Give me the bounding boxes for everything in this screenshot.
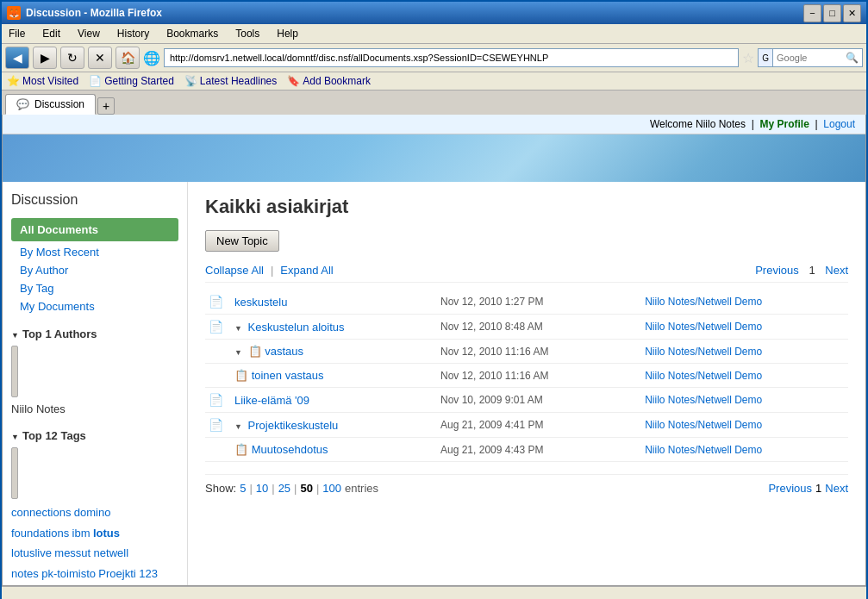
tab-discussion[interactable]: 💬 Discussion: [5, 94, 96, 115]
document-icon: 📄: [209, 393, 223, 407]
reply-icon: 📋: [234, 369, 248, 382]
search-go-button[interactable]: 🔍: [842, 52, 862, 64]
tag-messut[interactable]: messut: [54, 546, 91, 559]
next-link-bottom[interactable]: Next: [825, 482, 848, 495]
bookmark-latest-headlines[interactable]: 📡 Latest Headlines: [184, 75, 277, 87]
doc-author[interactable]: Niilo Notes/Netwell Demo: [645, 340, 848, 364]
bookmark-label: Latest Headlines: [200, 75, 277, 87]
sidebar-item-by-author[interactable]: By Author: [11, 261, 178, 279]
bookmark-star[interactable]: ☆: [742, 50, 754, 66]
show-100[interactable]: 100: [322, 482, 341, 495]
tag-notes[interactable]: notes: [11, 567, 39, 580]
show-10[interactable]: 10: [256, 482, 268, 495]
logout-link[interactable]: Logout: [823, 118, 855, 130]
tag-foundations[interactable]: foundations: [11, 527, 69, 540]
collapse-all-link[interactable]: Collapse All: [205, 264, 264, 277]
address-icon: 🌐: [143, 50, 160, 66]
doc-icon-cell: [205, 364, 231, 388]
doc-author[interactable]: Niilo Notes/Netwell Demo: [645, 388, 848, 413]
main-content: Kaikki asiakirjat New Topic Collapse All…: [188, 182, 865, 585]
menu-history[interactable]: History: [114, 26, 153, 41]
previous-link-top[interactable]: Previous: [755, 264, 799, 277]
minimize-button[interactable]: −: [803, 4, 821, 22]
doc-author[interactable]: Niilo Notes/Netwell Demo: [645, 413, 848, 438]
expand-icon[interactable]: [234, 421, 242, 431]
bookmark-label: Most Visited: [22, 75, 78, 87]
tag-proejkti-123[interactable]: Proejkti 123: [98, 567, 158, 580]
doc-icon-cell: 📄: [205, 388, 231, 413]
sidebar-item-by-tag[interactable]: By Tag: [11, 279, 178, 297]
pagination-bottom: Show: 5 | 10 | 25 | 50 | 100 entries: [205, 474, 848, 495]
stop-button[interactable]: ✕: [88, 47, 112, 69]
expand-all-link[interactable]: Expand All: [280, 264, 333, 277]
sidebar-item-by-most-recent[interactable]: By Most Recent: [11, 243, 178, 261]
tag-netwell[interactable]: netwell: [94, 546, 128, 559]
sidebar-item-my-documents[interactable]: My Documents: [11, 297, 178, 315]
tab-icon: 💬: [16, 98, 29, 110]
tag-domino[interactable]: domino: [74, 506, 111, 519]
sidebar-top-tags: Top 12 Tags connections domino foundatio…: [11, 429, 178, 585]
show-5[interactable]: 5: [240, 482, 246, 495]
doc-link[interactable]: Projektikeskustelu: [248, 419, 339, 432]
triangle-icon-tags: [11, 429, 19, 442]
page-icon: 📄: [89, 75, 102, 87]
nav-bar: ◀ ▶ ↻ ✕ 🏠 🌐 ☆ G 🔍: [2, 44, 866, 72]
table-row: 📄 Liike-elämä '09 Nov 10, 2009 9:01 AM N…: [205, 388, 848, 413]
sidebar: Discussion All Documents By Most Recent …: [3, 182, 188, 585]
menu-bookmarks[interactable]: Bookmarks: [163, 26, 222, 41]
tags-scrollbar[interactable]: [11, 447, 18, 499]
doc-link[interactable]: Liike-elämä '09: [234, 394, 309, 407]
doc-link[interactable]: Muutosehdotus: [252, 443, 328, 456]
bookmark-most-visited[interactable]: ⭐ Most Visited: [7, 75, 78, 87]
expand-icon[interactable]: [234, 346, 242, 357]
menu-bar: File Edit View History Bookmarks Tools H…: [2, 24, 866, 44]
tag-lotuslive[interactable]: lotuslive: [11, 546, 52, 559]
bookmark-add-bookmark[interactable]: 🔖 Add Bookmark: [287, 75, 371, 87]
menu-view[interactable]: View: [74, 26, 103, 41]
doc-link[interactable]: toinen vastaus: [252, 369, 324, 382]
sidebar-item-all-documents[interactable]: All Documents: [11, 218, 178, 241]
next-link-top[interactable]: Next: [825, 264, 848, 277]
show-25[interactable]: 25: [278, 482, 290, 495]
address-input[interactable]: [164, 48, 739, 67]
doc-author[interactable]: Niilo Notes/Netwell Demo: [645, 290, 848, 315]
new-tab-button[interactable]: +: [97, 97, 115, 115]
menu-edit[interactable]: Edit: [39, 26, 64, 41]
browser-window: 🦊 Discussion - Mozilla Firefox − □ ✕ Fil…: [0, 0, 868, 599]
tag-lotus[interactable]: lotus: [93, 527, 120, 540]
authors-scrollbar[interactable]: [11, 346, 18, 397]
table-row: 📄 Projektikeskustelu Aug 21, 2009 4:41 P…: [205, 413, 848, 438]
menu-help[interactable]: Help: [273, 26, 302, 41]
close-button[interactable]: ✕: [843, 4, 861, 22]
doc-author[interactable]: Niilo Notes/Netwell Demo: [645, 438, 848, 462]
search-input[interactable]: [773, 53, 842, 63]
doc-date: Nov 12, 2010 8:48 AM: [434, 315, 645, 340]
doc-author[interactable]: Niilo Notes/Netwell Demo: [645, 315, 848, 340]
doc-link[interactable]: vastaus: [265, 345, 303, 358]
doc-link[interactable]: keskustelu: [234, 296, 287, 309]
pagination-top: Previous 1 Next: [755, 264, 848, 277]
reload-button[interactable]: ↻: [60, 47, 84, 69]
page-number-bottom: 1: [815, 482, 821, 495]
my-profile-link[interactable]: My Profile: [759, 118, 809, 130]
bookmark-getting-started[interactable]: 📄 Getting Started: [89, 75, 174, 87]
controls-bar: Collapse All | Expand All Previous 1 Nex…: [205, 264, 848, 283]
maximize-button[interactable]: □: [823, 4, 841, 22]
window-controls[interactable]: − □ ✕: [803, 4, 861, 22]
doc-link[interactable]: Keskustelun aloitus: [248, 321, 345, 334]
back-button[interactable]: ◀: [5, 47, 29, 69]
home-button[interactable]: 🏠: [116, 47, 140, 69]
menu-file[interactable]: File: [5, 26, 28, 41]
table-row: 📄 keskustelu Nov 12, 2010 1:27 PM Niilo …: [205, 290, 848, 315]
menu-tools[interactable]: Tools: [232, 26, 263, 41]
new-topic-button[interactable]: New Topic: [205, 230, 279, 252]
previous-link-bottom[interactable]: Previous: [768, 482, 812, 495]
pagination-right: Previous 1 Next: [768, 482, 848, 495]
doc-author[interactable]: Niilo Notes/Netwell Demo: [645, 364, 848, 388]
tag-ibm[interactable]: ibm: [72, 527, 91, 540]
tag-pk-toimisto[interactable]: pk-toimisto: [41, 567, 96, 580]
table-row: 📋 Muutosehdotus Aug 21, 2009 4:43 PM Nii…: [205, 438, 848, 462]
tag-connections[interactable]: connections: [11, 506, 71, 519]
expand-icon[interactable]: [234, 322, 242, 333]
forward-button[interactable]: ▶: [33, 47, 57, 69]
